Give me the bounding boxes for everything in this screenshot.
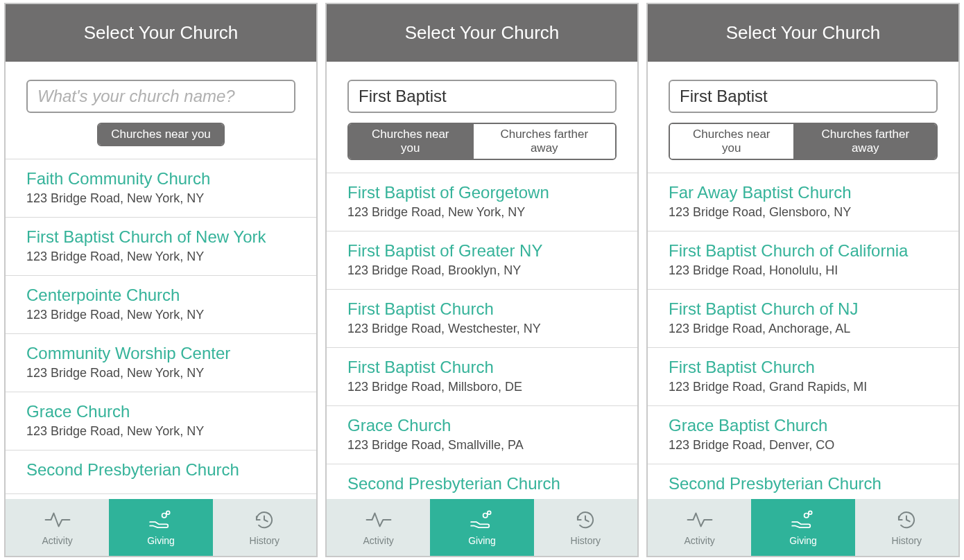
giving-icon xyxy=(148,509,174,532)
church-name: First Baptist of Greater NY xyxy=(347,241,617,261)
tab-label: Activity xyxy=(684,535,714,546)
church-address: 123 Bridge Road, Brooklyn, NY xyxy=(347,263,617,278)
church-name: Far Away Baptist Church xyxy=(669,183,938,202)
history-icon xyxy=(572,509,599,532)
church-address: 123 Bridge Road, Glensboro, NY xyxy=(669,205,938,220)
bottom-tab-bar: ActivityGivingHistory xyxy=(327,499,637,556)
church-select-panel: Select Your ChurchChurches near youFaith… xyxy=(4,3,318,557)
church-name: Grace Church xyxy=(26,402,295,421)
church-list: Faith Community Church123 Bridge Road, N… xyxy=(6,159,316,556)
church-list-item[interactable]: Centerpointe Church123 Bridge Road, New … xyxy=(6,276,316,334)
church-list-item[interactable]: First Baptist of Georgetown123 Bridge Ro… xyxy=(327,173,637,231)
segment-far-button[interactable]: Churches farther away xyxy=(793,124,936,159)
church-address: 123 Bridge Road, Grand Rapids, MI xyxy=(669,380,938,394)
tab-activity[interactable]: Activity xyxy=(327,499,430,556)
church-name: Grace Church xyxy=(347,416,617,435)
tab-label: History xyxy=(571,535,601,546)
church-list-item[interactable]: First Baptist Church of California123 Br… xyxy=(648,231,958,290)
tab-giving[interactable]: Giving xyxy=(430,499,533,556)
church-search-input[interactable] xyxy=(347,80,617,113)
history-icon xyxy=(893,509,920,532)
church-name: First Baptist Church xyxy=(347,299,617,319)
church-list-item[interactable]: First Baptist Church123 Bridge Road, Gra… xyxy=(648,348,958,406)
tab-history[interactable]: History xyxy=(213,499,316,556)
tab-label: History xyxy=(892,535,922,546)
church-address: 123 Bridge Road, New York, NY xyxy=(26,366,295,380)
page-title: Select Your Church xyxy=(648,4,958,62)
church-name: First Baptist Church xyxy=(669,358,938,377)
church-list-item[interactable]: Grace Church123 Bridge Road, Smallville,… xyxy=(327,406,637,464)
church-list-item[interactable]: Second Presbyterian Church xyxy=(6,450,316,494)
distance-segmented-control: Churches near youChurches farther away xyxy=(347,123,617,160)
segment-near-button[interactable]: Churches near you xyxy=(349,124,472,159)
church-list-item[interactable]: First Baptist Church of NJ123 Bridge Roa… xyxy=(648,290,958,348)
church-list-item[interactable]: Community Worship Center123 Bridge Road,… xyxy=(6,334,316,392)
church-address: 123 Bridge Road, Denver, CO xyxy=(669,438,938,453)
church-list-item[interactable]: First Baptist of Greater NY123 Bridge Ro… xyxy=(327,231,637,290)
church-name: First Baptist of Georgetown xyxy=(347,183,617,202)
church-name: First Baptist Church of California xyxy=(669,241,938,261)
tab-label: Activity xyxy=(363,535,393,546)
tab-label: Activity xyxy=(42,535,72,546)
search-area: Churches near youChurches farther away xyxy=(648,62,958,173)
church-list-item[interactable]: First Baptist Church of New York123 Brid… xyxy=(6,218,316,276)
activity-icon xyxy=(44,509,71,532)
tab-history[interactable]: History xyxy=(534,499,637,556)
church-search-input[interactable] xyxy=(26,80,295,113)
tab-label: Giving xyxy=(468,535,496,546)
church-select-panel: Select Your ChurchChurches near youChurc… xyxy=(646,3,960,557)
church-name: First Baptist Church of New York xyxy=(26,227,295,247)
church-list-item[interactable]: First Baptist Church123 Bridge Road, Wes… xyxy=(327,290,637,348)
church-address: 123 Bridge Road, Smallville, PA xyxy=(347,438,617,453)
church-address: 123 Bridge Road, Honolulu, HI xyxy=(669,263,938,278)
church-name: Community Worship Center xyxy=(26,344,295,363)
svg-point-4 xyxy=(804,513,809,517)
svg-point-2 xyxy=(483,513,488,517)
church-list-item[interactable]: Grace Church123 Bridge Road, New York, N… xyxy=(6,392,316,450)
page-title: Select Your Church xyxy=(327,4,637,62)
church-name: Second Presbyterian Church xyxy=(669,474,938,493)
church-name: Second Presbyterian Church xyxy=(26,460,295,480)
church-address: 123 Bridge Road, Millsboro, DE xyxy=(347,380,617,394)
tab-giving[interactable]: Giving xyxy=(109,499,212,556)
church-list-item[interactable]: First Baptist Church123 Bridge Road, Mil… xyxy=(327,348,637,406)
activity-icon xyxy=(687,509,713,532)
church-name: First Baptist Church of NJ xyxy=(669,299,938,319)
tab-label: History xyxy=(250,535,280,546)
activity-icon xyxy=(365,509,392,532)
church-address: 123 Bridge Road, New York, NY xyxy=(347,205,617,220)
church-name: Grace Baptist Church xyxy=(669,416,938,435)
search-area: Churches near youChurches farther away xyxy=(327,62,637,173)
segment-near-button[interactable]: Churches near you xyxy=(98,124,223,145)
church-address: 123 Bridge Road, New York, NY xyxy=(26,424,295,439)
church-name: Faith Community Church xyxy=(26,169,295,189)
svg-point-3 xyxy=(488,511,491,514)
church-search-input[interactable] xyxy=(669,80,938,113)
tab-activity[interactable]: Activity xyxy=(648,499,751,556)
svg-point-0 xyxy=(162,513,166,517)
page-title: Select Your Church xyxy=(6,4,316,62)
church-list-item[interactable]: Grace Baptist Church123 Bridge Road, Den… xyxy=(648,406,958,464)
tab-giving[interactable]: Giving xyxy=(751,499,854,556)
church-address: 123 Bridge Road, New York, NY xyxy=(26,250,295,264)
bottom-tab-bar: ActivityGivingHistory xyxy=(6,499,316,556)
tab-history[interactable]: History xyxy=(855,499,958,556)
tab-activity[interactable]: Activity xyxy=(6,499,109,556)
giving-icon xyxy=(790,509,816,532)
church-list-item[interactable]: Faith Community Church123 Bridge Road, N… xyxy=(6,159,316,218)
tab-label: Giving xyxy=(789,535,817,546)
search-area: Churches near you xyxy=(6,62,316,159)
church-address: 123 Bridge Road, New York, NY xyxy=(26,191,295,206)
svg-point-1 xyxy=(166,511,170,514)
church-name: Centerpointe Church xyxy=(26,286,295,305)
svg-point-5 xyxy=(809,511,812,514)
church-address: 123 Bridge Road, Westchester, NY xyxy=(347,322,617,336)
bottom-tab-bar: ActivityGivingHistory xyxy=(648,499,958,556)
distance-segmented-control: Churches near you xyxy=(97,123,225,146)
distance-segmented-control: Churches near youChurches farther away xyxy=(669,123,938,160)
segment-far-button[interactable]: Churches farther away xyxy=(472,124,615,159)
church-address: 123 Bridge Road, New York, NY xyxy=(26,308,295,322)
church-name: Second Presbyterian Church xyxy=(347,474,617,493)
segment-near-button[interactable]: Churches near you xyxy=(670,124,793,159)
church-list-item[interactable]: Far Away Baptist Church123 Bridge Road, … xyxy=(648,173,958,231)
